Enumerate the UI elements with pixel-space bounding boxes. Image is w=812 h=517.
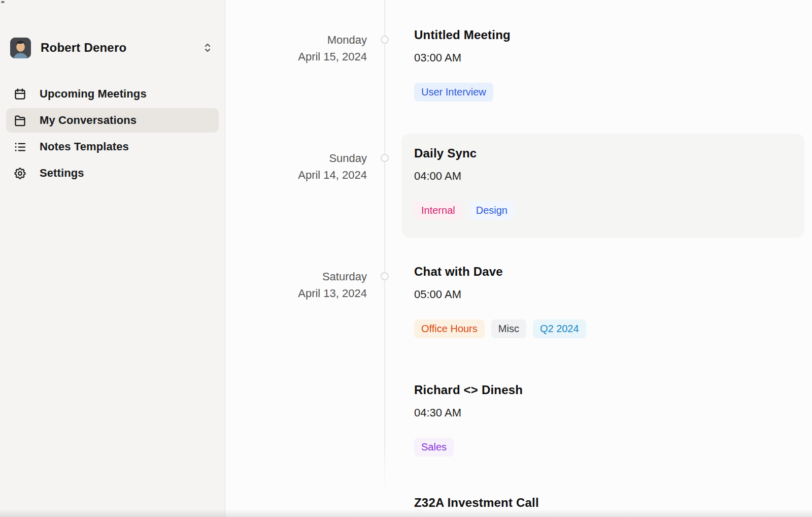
- meetings-column: Chat with Dave 05:00 AM Office Hours Mis…: [414, 264, 812, 510]
- day-date: Monday April 15, 2024: [225, 27, 367, 102]
- sidebar-nav: Upcoming Meetings My Conversations: [0, 82, 225, 185]
- tag-design[interactable]: Design: [469, 201, 515, 220]
- date-label: April 14, 2024: [225, 167, 367, 183]
- tag-sales[interactable]: Sales: [414, 438, 454, 457]
- weekday-label: Sunday: [225, 150, 367, 167]
- meeting-card-untitled-meeting[interactable]: Untitled Meeting 03:00 AM User Interview: [414, 27, 804, 102]
- gear-icon: [13, 167, 27, 180]
- sidebar-item-label: My Conversations: [40, 114, 137, 127]
- meetings-feed: Monday April 15, 2024 Untitled Meeting 0…: [225, 0, 812, 510]
- meeting-title: Richard <> Dinesh: [414, 382, 804, 398]
- sidebar-item-notes-templates[interactable]: Notes Templates: [6, 135, 219, 159]
- user-name: Robert Denero: [41, 41, 201, 55]
- sidebar-item-label: Settings: [40, 167, 84, 180]
- timeline-dot: [381, 154, 389, 162]
- tag-row: User Interview: [414, 83, 804, 102]
- tag-office-hours[interactable]: Office Hours: [414, 319, 485, 338]
- meeting-card-z32a-investment-call[interactable]: Z32A Investment Call: [414, 495, 804, 510]
- conversations-timeline: Monday April 15, 2024 Untitled Meeting 0…: [225, 0, 812, 517]
- sidebar-item-upcoming-meetings[interactable]: Upcoming Meetings: [6, 82, 219, 106]
- meeting-time: 05:00 AM: [414, 287, 804, 301]
- tag-row: Sales: [414, 438, 804, 457]
- tag-misc[interactable]: Misc: [491, 319, 526, 338]
- meeting-time: 03:00 AM: [414, 51, 804, 64]
- meeting-card-daily-sync[interactable]: Daily Sync 04:00 AM Internal Design: [401, 134, 804, 238]
- meeting-time: 04:00 AM: [414, 169, 792, 183]
- sidebar-item-label: Notes Templates: [40, 140, 129, 153]
- timeline-dot: [381, 272, 389, 280]
- folder-icon: [13, 114, 27, 127]
- meeting-time: 04:30 AM: [414, 406, 804, 419]
- meeting-card-richard-dinesh[interactable]: Richard <> Dinesh 04:30 AM Sales: [414, 382, 804, 457]
- app-window: Robert Denero Upcoming Meetings: [0, 0, 812, 517]
- date-label: April 15, 2024: [225, 48, 367, 65]
- avatar: [10, 38, 31, 58]
- tag-internal[interactable]: Internal: [414, 201, 462, 220]
- day-date: Sunday April 14, 2024: [225, 134, 367, 238]
- selector-icon[interactable]: [201, 42, 214, 54]
- calendar-icon: [13, 87, 27, 101]
- meeting-card-chat-with-dave[interactable]: Chat with Dave 05:00 AM Office Hours Mis…: [414, 264, 804, 338]
- tag-row: Internal Design: [414, 201, 792, 220]
- day-date: Saturday April 13, 2024: [225, 264, 367, 510]
- tag-user-interview[interactable]: User Interview: [414, 83, 493, 102]
- day-group: Monday April 15, 2024 Untitled Meeting 0…: [225, 27, 812, 102]
- meeting-title: Daily Sync: [414, 146, 792, 161]
- account-switcher[interactable]: Robert Denero: [10, 37, 218, 58]
- sidebar-item-my-conversations[interactable]: My Conversations: [6, 108, 219, 133]
- timeline-dot: [381, 36, 389, 44]
- weekday-label: Saturday: [225, 268, 367, 285]
- sidebar-item-settings[interactable]: Settings: [6, 161, 219, 185]
- tag-row: Office Hours Misc Q2 2024: [414, 319, 804, 338]
- meetings-column: Daily Sync 04:00 AM Internal Design: [414, 134, 812, 238]
- tag-q2-2024[interactable]: Q2 2024: [533, 319, 586, 338]
- weekday-label: Monday: [225, 31, 367, 48]
- meeting-title: Untitled Meeting: [414, 27, 804, 43]
- list-icon: [13, 140, 27, 154]
- day-group: Sunday April 14, 2024 Daily Sync 04:00 A…: [225, 134, 812, 238]
- day-group: Saturday April 13, 2024 Chat with Dave 0…: [225, 264, 812, 510]
- sidebar-item-label: Upcoming Meetings: [40, 87, 147, 101]
- window-corner-artifact: [1, 1, 5, 3]
- date-label: April 13, 2024: [225, 285, 367, 302]
- meeting-title: Z32A Investment Call: [414, 495, 804, 510]
- meetings-column: Untitled Meeting 03:00 AM User Interview: [414, 27, 812, 102]
- meeting-title: Chat with Dave: [414, 264, 804, 279]
- sidebar: Robert Denero Upcoming Meetings: [0, 0, 225, 517]
